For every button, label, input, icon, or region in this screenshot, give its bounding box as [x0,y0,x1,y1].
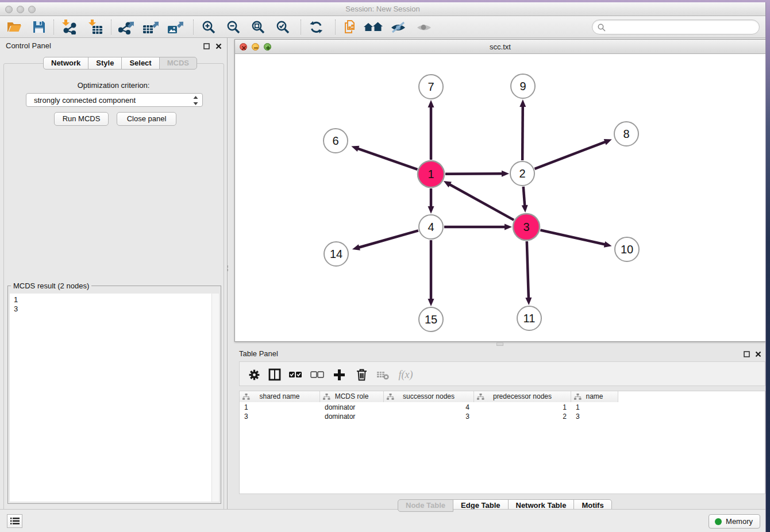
first-neighbors-icon[interactable] [363,19,384,35]
table-row[interactable]: 3dominator323 [240,412,765,421]
graph-node-1[interactable]: 1 [418,161,444,187]
run-mcds-button[interactable]: Run MCDS [54,112,109,126]
export-network-icon[interactable] [117,19,134,35]
tab-node-table[interactable]: Node Table [398,499,453,512]
import-network-icon[interactable] [60,19,77,35]
table-cell[interactable]: 3 [240,412,320,421]
toolbar-separator [335,20,336,34]
export-image-icon[interactable] [167,19,184,35]
graph-node-8[interactable]: 8 [614,122,638,146]
toolbar-separator [111,20,111,34]
hide-selected-icon[interactable] [388,19,408,35]
control-panel-title: Control Panel [6,41,51,50]
float-panel-icon[interactable] [202,42,210,50]
column-header-predecessor-nodes[interactable]: predecessor nodes [474,391,571,402]
graph-node-10[interactable]: 10 [615,237,639,261]
zoom-fit-icon[interactable] [249,19,267,35]
svg-text:1: 1 [428,168,434,180]
task-history-button[interactable] [7,514,22,528]
tab-select[interactable]: Select [121,57,159,70]
svg-text:9: 9 [519,80,526,92]
graph-edge-2-9[interactable] [519,99,526,160]
graph-node-2[interactable]: 2 [510,161,534,186]
table-cell[interactable]: dominator [320,412,384,421]
split-panes-icon[interactable] [267,367,282,382]
horizontal-splitter[interactable] [234,342,766,346]
column-header-successor-nodes[interactable]: successor nodes [384,391,474,402]
column-header-name[interactable]: name [571,391,618,402]
close-panel-button[interactable]: Close panel [117,112,176,126]
table-cell[interactable]: 1 [240,403,320,412]
graph-node-7[interactable]: 7 [419,75,443,99]
search-input[interactable] [609,21,752,33]
criterion-dropdown[interactable]: strongly connected component [26,93,203,107]
table-cell[interactable]: 2 [474,412,571,421]
table-cell[interactable]: 3 [384,412,474,421]
table-cell[interactable]: dominator [320,403,384,412]
graph-node-15[interactable]: 15 [419,307,443,331]
delete-column-icon[interactable] [354,367,369,382]
zoom-in-icon[interactable] [200,19,217,35]
settings-gear-icon[interactable] [247,367,261,382]
table-header-row: shared nameMCDS rolesuccessor nodesprede… [240,391,618,402]
column-header-MCDS-role[interactable]: MCDS role [320,391,384,402]
graph-edge-4-14[interactable] [352,230,418,250]
graph-edge-4-15[interactable] [428,240,434,306]
open-session-icon[interactable] [6,19,23,35]
graph-edge-3-10[interactable] [540,230,611,247]
table-cell[interactable]: 1 [571,403,618,412]
table-cell[interactable]: 3 [571,412,618,421]
tab-mcds[interactable]: MCDS [159,57,197,70]
criterion-value: strongly connected component [34,96,136,105]
graph-node-9[interactable]: 9 [511,74,535,98]
delete-table-icon[interactable] [375,367,390,382]
unselect-all-icon[interactable] [310,367,325,382]
graph-edge-2-8[interactable] [534,139,611,169]
close-table-panel-icon[interactable] [754,350,762,358]
graph-node-4[interactable]: 4 [419,215,443,239]
table-row[interactable]: 1dominator411 [240,403,765,412]
select-all-icon[interactable] [288,367,303,382]
search-field[interactable] [592,20,760,34]
graph-node-11[interactable]: 11 [517,306,541,330]
float-table-panel-icon[interactable] [742,350,750,358]
node-table: shared nameMCDS rolesuccessor nodesprede… [239,391,765,494]
function-builder-icon[interactable]: f(x) [396,367,415,382]
tab-style[interactable]: Style [88,57,122,70]
graph-edge-1-7[interactable] [428,100,434,160]
add-column-icon[interactable] [332,367,346,382]
graph-node-14[interactable]: 14 [324,242,348,266]
table-cell[interactable]: 4 [384,403,474,412]
save-session-icon[interactable] [30,19,48,35]
copy-view-icon[interactable] [341,19,359,35]
graph-node-3[interactable]: 3 [513,214,540,240]
svg-text:14: 14 [330,248,342,260]
apply-layout-icon[interactable] [307,19,325,35]
network-canvas[interactable]: 7968124314101511 [235,54,765,341]
mcds-result-line: 1 [10,295,219,304]
graph-edge-3-1[interactable] [444,181,514,220]
zoom-out-icon[interactable] [225,19,242,35]
result-scrollbar[interactable] [211,294,219,502]
mcds-result-title: MCDS result (2 nodes) [11,282,91,290]
table-cell[interactable]: 1 [474,403,571,412]
svg-text:3: 3 [523,221,529,233]
memory-button[interactable]: Memory [709,514,760,529]
graph-edge-1-4[interactable] [428,188,434,214]
export-table-icon[interactable] [142,19,159,35]
graph-edge-1-2[interactable] [445,171,509,177]
graph-edge-1-6[interactable] [351,146,417,169]
column-header-shared-name[interactable]: shared name [240,391,320,402]
graph-edge-3-11[interactable] [525,241,532,305]
table-body: 1dominator4113dominator323 [240,403,765,421]
graph-edge-4-3[interactable] [444,224,512,230]
tab-network[interactable]: Network [43,57,88,70]
main-toolbar [0,16,765,38]
import-table-icon[interactable] [86,19,103,35]
graph-node-6[interactable]: 6 [324,129,348,153]
graph-edge-2-3[interactable] [522,187,528,213]
close-panel-icon[interactable] [214,42,222,50]
show-all-icon[interactable] [414,19,434,35]
zoom-selected-icon[interactable] [274,19,291,35]
mcds-result-list[interactable]: 13 [10,294,219,502]
